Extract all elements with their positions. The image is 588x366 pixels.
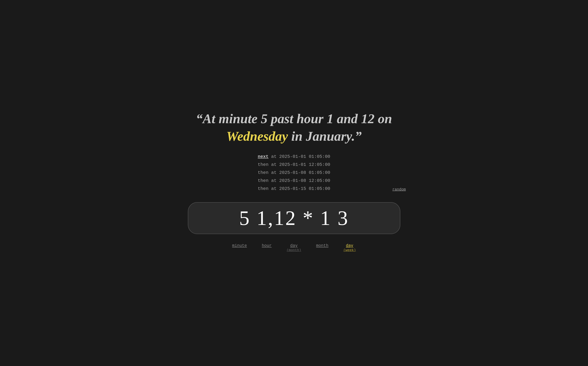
field-minute[interactable]: minute [232,243,247,252]
field-day-month-label: day [290,243,298,248]
schedule-entry-0: next at 2025-01-01 01:05:00 [182,153,406,161]
then-label-2: then [258,170,268,175]
schedule-list: next at 2025-01-01 01:05:00 then at 2025… [182,153,406,193]
field-hour[interactable]: hour [262,243,272,252]
schedule-at-4: at 2025-01-15 01:05:00 [271,186,330,191]
field-day-week-label: day [346,243,353,248]
schedule-at-2: at 2025-01-08 01:05:00 [271,170,330,175]
description-suffix: in January.” [291,129,362,144]
schedule-at-0: at 2025-01-01 01:05:00 [271,154,330,159]
schedule-at-1: at 2025-01-01 12:05:00 [271,162,330,167]
field-day-week-sublabel: (week) [343,248,356,252]
description-text: “At minute 5 past hour 1 and 12 on Wedne… [196,110,392,145]
field-month-label: month [316,243,328,248]
then-label-1: then [258,162,268,167]
description-highlight: Wednesday [226,129,288,144]
schedule-entry-3: then at 2025-01-08 12:05:00 [182,177,406,185]
description-prefix: “At minute 5 past hour 1 and 12 on [196,111,392,126]
then-label-3: then [258,178,268,183]
cron-display: 5 1,12 * 1 3 [188,202,400,234]
then-label-4: then [258,186,268,191]
cron-expression[interactable]: 5 1,12 * 1 3 [199,206,389,230]
schedule-entry-1: then at 2025-01-01 12:05:00 [182,161,406,169]
field-hour-label: hour [262,243,272,248]
next-label[interactable]: next [258,154,268,159]
field-day-month-sublabel: (month) [287,248,301,252]
main-container: “At minute 5 past hour 1 and 12 on Wedne… [182,110,406,252]
random-link[interactable]: random [392,186,406,193]
field-day-week[interactable]: day (week) [343,243,356,252]
schedule-entry-4: then at 2025-01-15 01:05:00 [182,185,406,193]
field-month[interactable]: month [316,243,328,252]
schedule-at-3: at 2025-01-08 12:05:00 [271,178,330,183]
field-minute-label: minute [232,243,247,248]
field-labels: minute hour day (month) month day (week) [232,243,356,252]
field-day-month[interactable]: day (month) [287,243,301,252]
schedule-entry-2: then at 2025-01-08 01:05:00 [182,169,406,177]
